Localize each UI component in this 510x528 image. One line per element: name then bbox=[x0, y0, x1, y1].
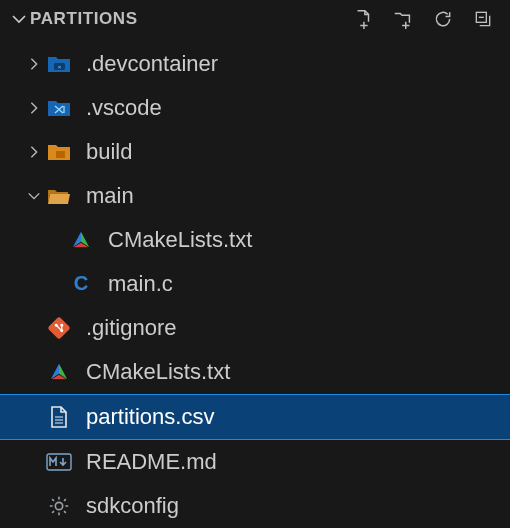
section-title: PARTITIONS bbox=[30, 9, 138, 29]
svg-rect-3 bbox=[56, 151, 65, 158]
file-cmakelists-root[interactable]: CMakeLists.txt bbox=[0, 350, 510, 394]
file-sdkconfig[interactable]: sdkconfig bbox=[0, 484, 510, 528]
folder-vscode[interactable]: .vscode bbox=[0, 86, 510, 130]
folder-devcontainer-icon: × bbox=[46, 51, 72, 77]
chevron-right-icon bbox=[22, 145, 46, 159]
gear-icon bbox=[46, 493, 72, 519]
folder-label: build bbox=[86, 139, 132, 165]
collapse-all-icon[interactable] bbox=[470, 6, 496, 32]
file-partitions-csv[interactable]: partitions.csv bbox=[0, 394, 510, 440]
folder-build-icon bbox=[46, 139, 72, 165]
markdown-icon bbox=[46, 449, 72, 475]
chevron-right-icon bbox=[22, 101, 46, 115]
new-folder-icon[interactable] bbox=[390, 6, 416, 32]
folder-label: main bbox=[86, 183, 134, 209]
file-label: CMakeLists.txt bbox=[86, 359, 230, 385]
svg-text:C: C bbox=[74, 273, 89, 294]
file-label: README.md bbox=[86, 449, 217, 475]
file-label: partitions.csv bbox=[86, 404, 214, 430]
svg-point-18 bbox=[55, 502, 62, 509]
chevron-right-icon bbox=[22, 57, 46, 71]
file-label: main.c bbox=[108, 271, 173, 297]
file-gitignore[interactable]: .gitignore bbox=[0, 306, 510, 350]
folder-open-icon bbox=[46, 183, 72, 209]
file-label: .gitignore bbox=[86, 315, 177, 341]
svg-text:×: × bbox=[58, 64, 62, 70]
file-label: sdkconfig bbox=[86, 493, 179, 519]
folder-label: .vscode bbox=[86, 95, 162, 121]
explorer-header: PARTITIONS bbox=[0, 0, 510, 38]
cmake-icon bbox=[46, 359, 72, 385]
new-file-icon[interactable] bbox=[350, 6, 376, 32]
folder-vscode-icon bbox=[46, 95, 72, 121]
folder-label: .devcontainer bbox=[86, 51, 218, 77]
chevron-down-icon bbox=[22, 189, 46, 203]
chevron-down-icon[interactable] bbox=[8, 11, 30, 27]
file-main-c[interactable]: C main.c bbox=[0, 262, 510, 306]
file-tree: × .devcontainer .vscode build main bbox=[0, 38, 510, 528]
git-icon bbox=[46, 315, 72, 341]
folder-build[interactable]: build bbox=[0, 130, 510, 174]
refresh-icon[interactable] bbox=[430, 6, 456, 32]
file-label: CMakeLists.txt bbox=[108, 227, 252, 253]
folder-main[interactable]: main bbox=[0, 174, 510, 218]
folder-devcontainer[interactable]: × .devcontainer bbox=[0, 42, 510, 86]
file-main-cmakelists[interactable]: CMakeLists.txt bbox=[0, 218, 510, 262]
file-readme[interactable]: README.md bbox=[0, 440, 510, 484]
file-icon bbox=[46, 404, 72, 430]
cmake-icon bbox=[68, 227, 94, 253]
c-file-icon: C bbox=[68, 271, 94, 297]
